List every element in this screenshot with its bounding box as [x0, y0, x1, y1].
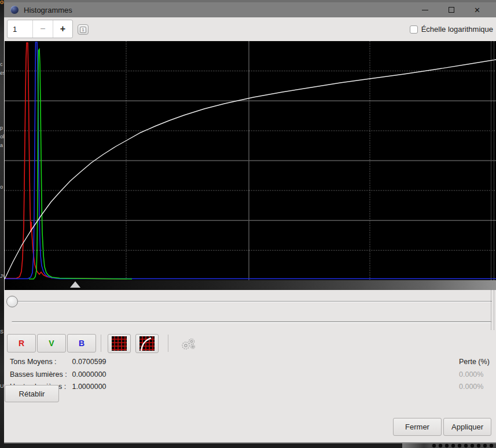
separator [101, 335, 101, 352]
background-app-left-strip: ol c es p ol a o JV S UP [0, 0, 4, 448]
right-edge-dotted-line [494, 41, 494, 330]
background-text-fragment: p [0, 125, 3, 131]
single-page-button[interactable]: 1 [78, 24, 89, 35]
minimize-button[interactable] [412, 2, 438, 17]
dialog-buttons-row: Fermer Appliquer [4, 418, 496, 436]
background-text-fragment: JV [0, 273, 4, 279]
separator [168, 335, 168, 352]
background-text-fragment: ol [0, 134, 4, 139]
log-scale-checkbox[interactable] [410, 25, 418, 34]
log-scale-control[interactable]: Échelle logarithmique [410, 25, 493, 34]
midtones-value: 0.0700599 [72, 358, 106, 366]
channel-buttons-row: R V B [4, 334, 496, 353]
background-text-fragment: o [0, 184, 3, 190]
close-icon: ✕ [474, 6, 480, 14]
green-histogram-curve [29, 49, 132, 279]
blue-channel-button[interactable]: B [67, 334, 96, 352]
midtones-label: Tons Moyens : [10, 358, 70, 366]
highlights-loss-value: 0.000% [459, 383, 483, 391]
highlights-value: 1.0000000 [72, 383, 106, 391]
page-spinner-value[interactable]: 1 [8, 20, 32, 38]
shadows-loss-value: 0.000% [459, 370, 483, 379]
histogram-canvas [5, 41, 496, 280]
show-histogram-button[interactable] [108, 334, 131, 353]
minimize-icon [422, 10, 428, 10]
background-text-fragment: ol [0, 0, 4, 5]
loss-percent-header: Perte (%) [459, 358, 490, 366]
background-text-fragment: UP [0, 383, 4, 389]
shadows-value: 0.0000000 [72, 370, 106, 379]
slider-zone [4, 290, 496, 334]
background-text-fragment: es [0, 70, 4, 76]
maximize-icon [449, 7, 454, 13]
titlebar[interactable]: Histogrammes ✕ [4, 2, 496, 17]
red-channel-button[interactable]: R [7, 334, 36, 352]
green-channel-button[interactable]: V [37, 334, 66, 352]
spinner-increment-button[interactable]: + [53, 20, 72, 38]
background-text-fragment: S [0, 329, 3, 335]
background-thumbnail-dots [431, 443, 496, 448]
background-text-fragment: c [0, 61, 3, 67]
shadows-label: Basses lumières : [10, 370, 70, 379]
apply-button[interactable]: Appliquer [443, 418, 491, 436]
toolbar: 1 − + 1 Échelle logarithmique [4, 17, 496, 41]
page-spinner: 1 − + [7, 20, 73, 38]
show-tone-curve-button[interactable] [135, 334, 159, 353]
background-text-fragment: a [0, 142, 3, 148]
background-app-bottom-strip [0, 443, 496, 448]
histograms-dialog: Histogrammes ✕ 1 − + 1 Échelle logarithm… [4, 0, 496, 443]
midtone-marker[interactable] [70, 281, 80, 288]
midtone-slider-track[interactable] [7, 301, 492, 302]
reset-button[interactable]: Rétablir [5, 385, 59, 402]
page-icon: 1 [80, 27, 86, 33]
window-title: Histogrammes [24, 6, 72, 14]
right-edge-dotted-line [491, 41, 491, 330]
midtone-slider-thumb[interactable] [6, 296, 18, 307]
close-dialog-button[interactable]: Fermer [393, 418, 442, 436]
background-gradient-blocks [402, 443, 431, 448]
processing-gears-icon [181, 337, 197, 353]
tone-curve-icon [139, 336, 155, 351]
histogram-plot[interactable] [5, 41, 496, 280]
close-button[interactable]: ✕ [464, 2, 490, 17]
histogram-grid-icon [112, 336, 127, 351]
app-planet-icon [10, 6, 19, 14]
log-scale-label: Échelle logarithmique [421, 25, 493, 34]
maximize-button[interactable] [438, 2, 464, 17]
spinner-decrement-button[interactable]: − [32, 20, 52, 38]
range-slider-track[interactable] [12, 321, 492, 323]
tone-curve [5, 60, 496, 279]
